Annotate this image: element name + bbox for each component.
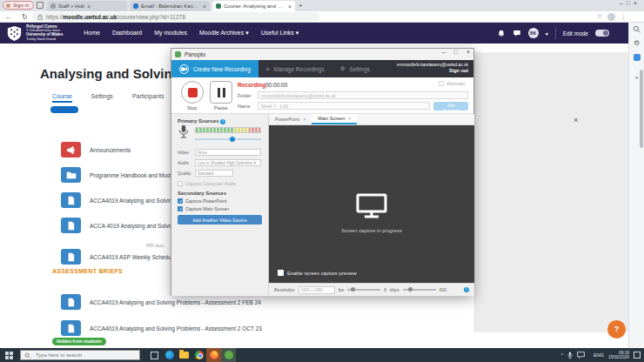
back-icon[interactable]: ← — [5, 13, 12, 21]
nav-link-my-modules[interactable]: My modules — [154, 30, 187, 37]
help-fab[interactable]: ? — [607, 320, 626, 339]
tab-powerpoint[interactable]: PowerPoint × — [269, 114, 312, 124]
item-label[interactable]: Announcements — [90, 147, 131, 153]
bookmark-star-icon[interactable]: ☆ — [597, 13, 602, 21]
stop-button[interactable] — [181, 81, 204, 104]
page-scrollbar[interactable] — [640, 70, 643, 148]
browser-profile-avatar[interactable] — [607, 13, 615, 21]
edit-mode-toggle[interactable] — [595, 30, 609, 37]
computer-audio-checkbox[interactable] — [178, 181, 183, 186]
sidebar-search-icon[interactable] — [632, 24, 641, 34]
maximize-icon[interactable]: □ — [454, 49, 458, 55]
slider-thumb[interactable] — [230, 137, 235, 142]
course-item-announcements[interactable]: Announcements — [61, 142, 131, 158]
webcast-checkbox[interactable] — [439, 81, 444, 86]
pause-button[interactable] — [210, 81, 232, 104]
language-indicator[interactable]: ENG — [594, 352, 604, 358]
audio-source-select[interactable]: Line In (Realtek High Definition A — [195, 159, 261, 166]
browser-tab-email[interactable]: Email - Balendran Kandasamy × — [130, 1, 210, 11]
session-name-input[interactable] — [258, 102, 430, 110]
tab-close-icon[interactable]: × — [87, 3, 91, 10]
course-item-assessment-feb24[interactable]: ACCA4019 Analysing and Solving Problems … — [61, 294, 261, 310]
resolution-select[interactable]: 1920 x 1080 — [299, 286, 335, 294]
browser-tab-staff-hub[interactable]: Staff + Hub × — [47, 1, 127, 11]
taskbar-panopto-button[interactable] — [221, 348, 236, 362]
panopto-title-bar[interactable]: Panopto – □ × — [171, 49, 473, 60]
uwtsd-logo-text[interactable]: Prifysgol Cymru Y Drindod Dewi Sant Univ… — [26, 25, 63, 41]
volume-slider[interactable] — [195, 138, 261, 140]
minimize-icon[interactable]: – — [442, 49, 446, 55]
item-label[interactable]: ACCA4019 Analysing and Solving Problems … — [90, 325, 262, 332]
info-icon[interactable]: i — [220, 119, 225, 124]
tab-close-icon[interactable]: × — [303, 117, 305, 122]
capture-main-screen-checkbox[interactable] — [178, 206, 183, 211]
notifications-bell-icon[interactable] — [497, 29, 506, 38]
action-center-icon[interactable] — [634, 352, 641, 359]
taskbar-explorer-button[interactable] — [177, 348, 191, 362]
search-input[interactable] — [34, 352, 130, 359]
tab-settings[interactable]: Settings — [91, 93, 113, 103]
messages-icon[interactable] — [513, 29, 521, 37]
sidebar-gear-icon[interactable]: ⚙ — [632, 38, 641, 48]
create-new-recording-tab[interactable]: Create New Recording — [171, 60, 258, 77]
user-avatar[interactable]: BK — [528, 28, 539, 38]
maximize-icon[interactable]: □ — [627, 0, 634, 6]
url-box[interactable]: https://moodle.uwtsd.ac.uk/course/view.p… — [32, 12, 319, 21]
teams-tray-icon[interactable] — [577, 352, 585, 359]
enable-preview-checkbox[interactable] — [278, 270, 284, 276]
tab-participants[interactable]: Participants — [132, 93, 164, 103]
close-icon[interactable]: × — [634, 0, 641, 6]
capture-powerpoint-checkbox[interactable] — [178, 198, 183, 204]
course-item-handbook[interactable]: Programme Handbook and Module De — [61, 167, 186, 183]
video-source-select[interactable]: None — [195, 149, 261, 156]
reload-icon[interactable]: ↻ — [22, 13, 28, 21]
tab-close-icon[interactable]: × — [348, 116, 351, 121]
fps-slider[interactable] — [347, 289, 380, 291]
tab-course[interactable]: Course — [52, 93, 72, 103]
taskbar-search[interactable] — [20, 350, 140, 360]
nav-link-moodle-archives[interactable]: Moodle Archives ▾ — [199, 30, 249, 37]
course-item-weekly-schedule[interactable]: ACCA4019 ASP Weekly Schedule — [61, 249, 176, 265]
taskbar-clock[interactable]: 09:19 15/02/2024 — [608, 351, 629, 360]
kbps-slider-thumb[interactable] — [408, 287, 413, 292]
user-menu-caret-icon[interactable]: ▾ — [546, 30, 548, 37]
manage-recordings-tab[interactable]: ≡ Manage Recordings — [258, 60, 332, 77]
folder-input[interactable] — [258, 91, 468, 99]
hidden-icons-chevron[interactable]: ^ — [561, 352, 563, 358]
taskbar-chrome-button[interactable] — [191, 348, 206, 362]
fps-slider-thumb[interactable] — [351, 287, 355, 292]
close-icon[interactable]: × — [466, 49, 470, 55]
settings-tab[interactable]: ⚙ Settings — [332, 60, 378, 77]
kbps-slider[interactable] — [403, 289, 436, 291]
nav-link-home[interactable]: Home — [84, 30, 100, 37]
section-pill[interactable] — [50, 106, 78, 113]
browser-menu-icon[interactable]: ⋮ — [621, 13, 627, 21]
tab-close-icon[interactable]: × — [203, 3, 206, 10]
task-view-button[interactable] — [147, 348, 162, 362]
mic-tray-icon[interactable] — [567, 352, 573, 359]
browser-signin-button[interactable]: Sign in — [3, 1, 34, 10]
info-icon[interactable]: i — [464, 287, 469, 292]
nav-link-useful-links[interactable]: Useful Links ▾ — [261, 30, 299, 37]
tab-close-icon[interactable]: × — [288, 3, 292, 10]
taskbar-edge-button[interactable] — [162, 348, 177, 362]
nav-link-dashboard[interactable]: Dashboard — [112, 30, 142, 37]
add-video-source-button[interactable]: Add Another Video Source — [178, 215, 262, 225]
course-item-acca4019-1[interactable]: ACCA4019 Analysing and Solving Prob — [61, 192, 188, 208]
item-label[interactable]: ACCA4019 ASP Weekly Schedule — [90, 254, 176, 260]
drawer-close-icon[interactable]: × — [574, 116, 578, 124]
join-session-button[interactable]: Join Session — [433, 102, 468, 111]
course-item-assessment-oct23[interactable]: ACCA4019 Analysing and Solving Problems … — [61, 320, 262, 336]
minimize-icon[interactable]: – — [620, 0, 627, 6]
item-label[interactable]: ACCA4019 Analysing and Solving Problems … — [90, 299, 261, 305]
tab-restore-icon[interactable] — [37, 2, 44, 9]
new-tab-button[interactable]: + — [299, 2, 303, 10]
sidebar-copilot-icon[interactable] — [632, 52, 641, 62]
taskbar-firefox-button[interactable] — [206, 348, 221, 362]
tab-main-screen[interactable]: Main Screen × — [312, 114, 357, 124]
sign-out-link[interactable]: Sign out — [397, 68, 468, 74]
browser-window-controls[interactable]: –□× — [620, 0, 641, 6]
browser-tab-course[interactable]: Course: Analysing and Solving P × — [212, 1, 295, 11]
start-button[interactable] — [5, 352, 13, 359]
quality-select[interactable]: Standard — [195, 170, 233, 177]
